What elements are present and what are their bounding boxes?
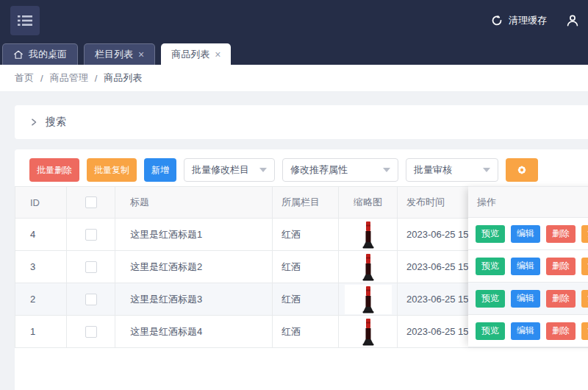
delete-button[interactable]: 删除	[546, 290, 576, 308]
close-icon[interactable]: ×	[215, 49, 220, 60]
search-panel-label: 搜索	[46, 116, 66, 129]
clear-cache-label: 清理缓存	[509, 14, 547, 27]
cell-title[interactable]: 这里是红酒标题2	[115, 251, 273, 283]
cell-id: 2	[15, 283, 67, 315]
row-actions: 预览 编辑 删除 复制	[468, 250, 588, 283]
header-checkbox-cell	[67, 187, 115, 218]
breadcrumb: 首页 / 商品管理 / 商品列表	[0, 65, 588, 92]
user-icon	[566, 14, 579, 27]
breadcrumb-current: 商品列表	[104, 71, 142, 85]
chevron-down-icon	[483, 168, 490, 172]
preview-button[interactable]: 预览	[476, 322, 505, 340]
delete-button[interactable]: 删除	[546, 258, 576, 275]
batch-delete-button[interactable]: 批量删除	[29, 158, 79, 182]
cell-category: 红酒	[273, 283, 339, 315]
list-menu-icon	[18, 15, 32, 26]
search-collapse-panel[interactable]: 搜索	[15, 105, 588, 139]
select-value: 批量修改栏目	[192, 163, 249, 177]
select-all-checkbox[interactable]	[85, 196, 97, 208]
fixed-actions-column: 操作 预览 编辑 删除 复制 预览 编辑 删除 复制 预览 编辑 删除 复制 预…	[468, 186, 588, 347]
user-menu-button[interactable]	[566, 14, 579, 27]
cell-checkbox	[67, 316, 115, 347]
batch-copy-button[interactable]: 批量复制	[87, 158, 137, 182]
topbar: 清理缓存	[0, 0, 588, 41]
copy-button[interactable]: 复制	[581, 322, 588, 340]
cell-thumbnail	[339, 219, 398, 250]
gear-icon	[516, 164, 528, 176]
row-actions: 预览 编辑 删除 复制	[468, 315, 588, 347]
delete-button[interactable]: 删除	[546, 225, 576, 243]
cell-checkbox	[67, 283, 115, 315]
cell-checkbox	[67, 219, 115, 250]
cell-category: 红酒	[273, 316, 339, 347]
cell-title[interactable]: 这里是红酒标题3	[115, 283, 273, 315]
tab-label: 我的桌面	[29, 48, 67, 61]
home-icon	[13, 50, 24, 60]
tab-my-desktop[interactable]: 我的桌面	[2, 43, 78, 65]
row-actions: 预览 编辑 删除 复制	[468, 283, 588, 315]
select-value: 修改推荐属性	[290, 163, 348, 177]
clear-cache-button[interactable]: 清理缓存	[491, 14, 547, 27]
header-thumbnail: 缩略图	[339, 187, 398, 218]
sidebar-toggle-button[interactable]	[10, 6, 40, 35]
copy-button[interactable]: 复制	[581, 290, 588, 308]
cell-title[interactable]: 这里是红酒标题1	[115, 219, 273, 250]
copy-button[interactable]: 复制	[581, 258, 588, 275]
edit-button[interactable]: 编辑	[511, 322, 540, 340]
cell-id: 1	[15, 316, 67, 347]
chevron-down-icon	[383, 168, 390, 172]
copy-button[interactable]: 复制	[581, 225, 588, 243]
main-content: 搜索 批量删除 批量复制 新增 批量修改栏目 修改推荐属性 批量审核	[0, 92, 588, 390]
edit-button[interactable]: 编辑	[511, 225, 540, 243]
cell-checkbox	[67, 251, 115, 283]
column-settings-button[interactable]	[506, 158, 538, 182]
breadcrumb-separator: /	[40, 73, 43, 84]
header-title: 标题	[115, 187, 273, 218]
preview-button[interactable]: 预览	[476, 225, 505, 243]
header-category: 所属栏目	[273, 187, 339, 218]
cell-category: 红酒	[273, 219, 339, 250]
batch-audit-select[interactable]: 批量审核	[406, 158, 498, 182]
breadcrumb-separator: /	[95, 73, 98, 84]
breadcrumb-product-manage[interactable]: 商品管理	[50, 71, 88, 85]
modify-recommend-attr-select[interactable]: 修改推荐属性	[282, 158, 398, 182]
select-value: 批量审核	[414, 163, 452, 177]
tab-label: 商品列表	[171, 48, 209, 61]
header-id: ID	[15, 187, 67, 218]
cell-title[interactable]: 这里是红酒标题4	[115, 316, 273, 347]
cell-id: 4	[15, 219, 67, 250]
chevron-down-icon	[259, 168, 267, 172]
tab-category-list[interactable]: 栏目列表 ×	[84, 43, 155, 65]
breadcrumb-home[interactable]: 首页	[15, 71, 34, 85]
preview-button[interactable]: 预览	[476, 290, 505, 308]
delete-button[interactable]: 删除	[546, 322, 576, 340]
wine-bottle-image[interactable]	[345, 317, 392, 347]
batch-modify-category-select[interactable]: 批量修改栏目	[184, 158, 275, 182]
row-checkbox[interactable]	[85, 294, 97, 305]
edit-button[interactable]: 编辑	[511, 290, 540, 308]
header-actions: 操作	[468, 186, 588, 218]
tab-strip: 我的桌面 栏目列表 × 商品列表 ×	[0, 41, 588, 65]
table-toolbar: 批量删除 批量复制 新增 批量修改栏目 修改推荐属性 批量审核	[15, 149, 588, 186]
row-checkbox[interactable]	[85, 261, 97, 273]
wine-bottle-image[interactable]	[345, 220, 392, 249]
row-checkbox[interactable]	[85, 229, 97, 241]
add-button[interactable]: 新增	[144, 158, 176, 182]
wine-bottle-image[interactable]	[345, 285, 392, 314]
cell-id: 3	[15, 251, 67, 283]
cell-thumbnail	[339, 316, 398, 347]
tab-product-list[interactable]: 商品列表 ×	[161, 43, 231, 65]
cell-thumbnail	[339, 283, 398, 315]
wine-bottle-image[interactable]	[345, 252, 392, 282]
close-icon[interactable]: ×	[138, 49, 144, 60]
topbar-right: 清理缓存	[491, 14, 578, 27]
tab-label: 栏目列表	[95, 48, 133, 61]
edit-button[interactable]: 编辑	[511, 258, 540, 275]
row-actions: 预览 编辑 删除 复制	[468, 218, 588, 250]
row-checkbox[interactable]	[85, 326, 97, 338]
preview-button[interactable]: 预览	[476, 258, 505, 275]
refresh-icon	[491, 15, 503, 26]
cell-thumbnail	[339, 251, 398, 283]
cell-category: 红酒	[273, 251, 339, 283]
product-table-card: 批量删除 批量复制 新增 批量修改栏目 修改推荐属性 批量审核	[15, 149, 588, 390]
